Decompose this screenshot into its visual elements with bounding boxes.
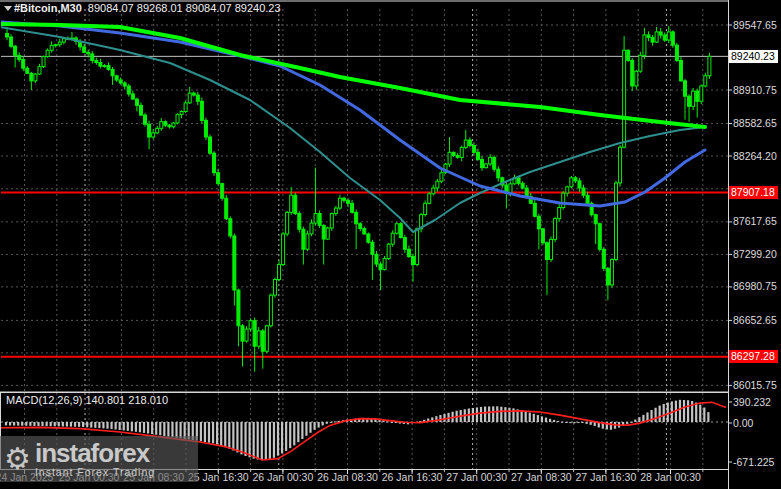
time-axis-label: 28 Jan 00:30 — [640, 471, 701, 483]
gear-icon: ⚙ — [4, 444, 31, 474]
ma-lime — [0, 24, 705, 127]
time-axis-label: 26 Jan 16:30 — [382, 471, 443, 483]
logo-tagline: Instant Forex Trading — [35, 466, 155, 478]
time-axis-label: 26 Jan 08:30 — [317, 471, 378, 483]
time-axis-label: 27 Jan 08:30 — [511, 471, 572, 483]
logo-text: instaforex — [35, 441, 155, 465]
dropdown-arrow-icon[interactable] — [4, 6, 12, 11]
watermark-logo: ⚙ instaforex Instant Forex Trading — [0, 436, 198, 482]
chart-ohlc-values: 89084.07 89268.01 89084.07 89240.23 — [88, 2, 281, 14]
candlestick-chart-canvas[interactable] — [0, 0, 781, 489]
candlesticks — [6, 26, 711, 372]
macd-indicator-label: MACD(12,26,9) 140.801 218.010 — [6, 394, 168, 406]
time-axis-label: 27 Jan 16:30 — [576, 471, 637, 483]
chart-title-bar: #Bitcoin,M3089084.07 89268.01 89084.07 8… — [14, 2, 281, 14]
time-axis-label: 26 Jan 00:30 — [253, 471, 314, 483]
chart-symbol: #Bitcoin,M30 — [14, 2, 82, 14]
time-axis-label: 27 Jan 00:30 — [446, 471, 507, 483]
mt4-chart-window: #Bitcoin,M3089084.07 89268.01 89084.07 8… — [0, 0, 781, 489]
